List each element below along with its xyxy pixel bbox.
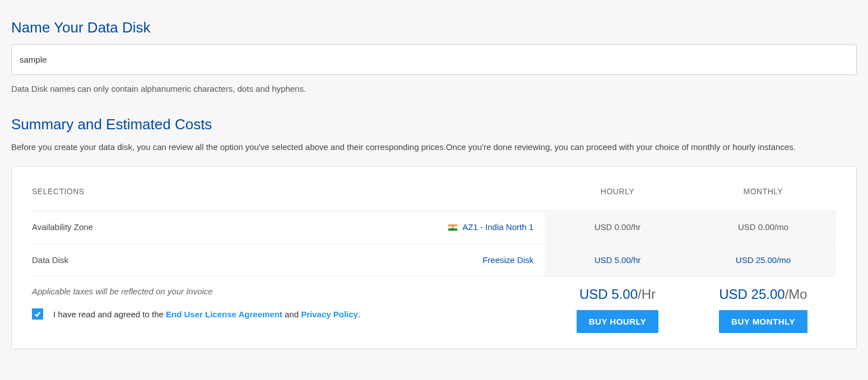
row-monthly: USD 25.00/mo (690, 244, 836, 276)
row-value: Freesize Disk (231, 244, 545, 276)
agreement-text: I have read and agreed to the End User L… (53, 309, 360, 319)
disk-name-input[interactable] (11, 44, 857, 75)
hourly-total: USD 5.00/Hr (545, 287, 690, 302)
tax-note: Applicable taxes will be reflected on yo… (32, 287, 545, 296)
col-selections: SELECTIONS (32, 187, 545, 211)
table-row: Availability Zone AZ1 - India North 1 US… (32, 210, 836, 244)
buy-monthly-button[interactable]: BUY MONTHLY (719, 310, 807, 333)
footer-row: Applicable taxes will be reflected on yo… (32, 276, 836, 334)
table-row: Data Disk Freesize Disk USD 5.00/hr USD … (32, 244, 836, 276)
col-hourly: HOURLY (545, 187, 690, 211)
svg-rect-0 (448, 224, 457, 227)
summary-desc: Before you create your data disk, you ca… (11, 141, 857, 154)
row-hourly: USD 5.00/hr (545, 244, 690, 276)
row-hourly: USD 0.00/hr (545, 210, 690, 244)
summary-title: Summary and Estimated Costs (11, 116, 857, 133)
row-monthly: USD 0.00/mo (690, 210, 836, 244)
privacy-link[interactable]: Privacy Policy (301, 309, 358, 319)
india-flag-icon (448, 223, 457, 232)
buy-hourly-button[interactable]: BUY HOURLY (577, 310, 659, 333)
disk-name-help: Data Disk names can only contain alphanu… (11, 84, 857, 93)
col-monthly: MONTHLY (690, 187, 836, 211)
agreement-row: I have read and agreed to the End User L… (32, 308, 545, 320)
hourly-total-cell: USD 5.00/Hr BUY HOURLY (545, 276, 690, 334)
svg-rect-2 (448, 228, 457, 231)
row-value-text: Freesize Disk (482, 255, 533, 265)
eula-link[interactable]: End User License Agreement (166, 309, 282, 319)
monthly-total: USD 25.00/Mo (690, 287, 836, 302)
row-label: Availability Zone (32, 210, 231, 244)
row-value-text: AZ1 - India North 1 (462, 222, 533, 232)
agree-checkbox[interactable] (32, 308, 43, 320)
summary-card: SELECTIONS HOURLY MONTHLY Availability Z… (11, 166, 857, 350)
check-icon (34, 310, 41, 318)
row-label: Data Disk (32, 244, 231, 276)
name-disk-title: Name Your Data Disk (11, 19, 857, 36)
cost-table: SELECTIONS HOURLY MONTHLY Availability Z… (32, 187, 836, 334)
row-value: AZ1 - India North 1 (231, 210, 545, 244)
monthly-total-cell: USD 25.00/Mo BUY MONTHLY (690, 276, 836, 334)
